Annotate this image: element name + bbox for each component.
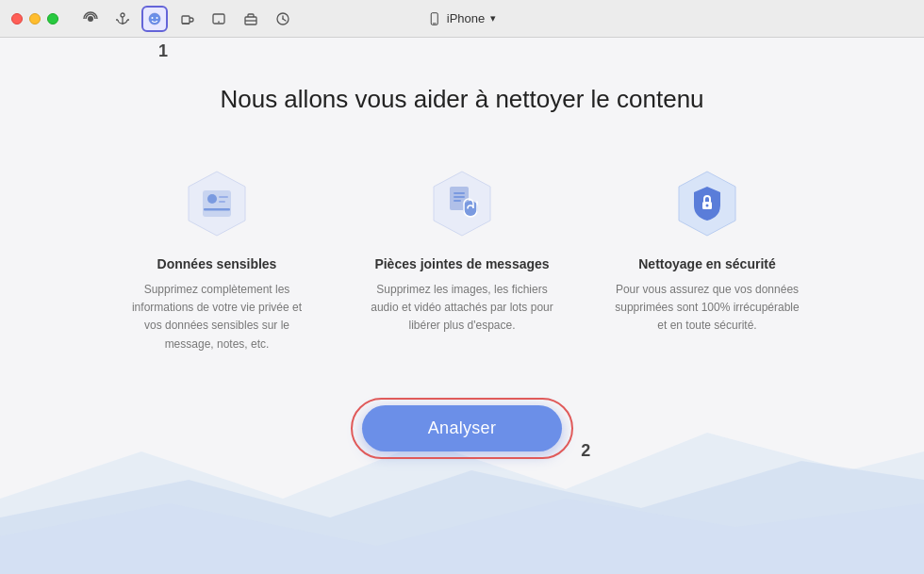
tablet-icon[interactable] (206, 6, 232, 32)
face-icon[interactable] (141, 6, 168, 32)
analyze-button[interactable]: Analyser (362, 405, 562, 451)
clock-icon[interactable] (270, 6, 296, 32)
main-content: Nous allons vous aider à nettoyer le con… (0, 38, 924, 451)
svg-point-21 (207, 194, 217, 204)
svg-point-7 (157, 17, 158, 19)
feature-sensitive-data: Données sensibles Supprimez complètement… (123, 166, 311, 353)
svg-marker-34 (0, 433, 924, 574)
minimize-button[interactable] (29, 13, 41, 25)
svg-rect-17 (431, 12, 437, 25)
feature-2-desc: Supprimez les images, les fichiers audio… (368, 281, 556, 336)
svg-marker-35 (0, 461, 924, 574)
svg-line-16 (283, 19, 286, 21)
anchor-icon[interactable] (109, 6, 136, 32)
svg-rect-8 (182, 16, 190, 24)
svg-rect-22 (204, 208, 230, 211)
svg-rect-29 (454, 200, 461, 202)
feature-1-name: Données sensibles (157, 256, 277, 271)
svg-rect-23 (219, 196, 228, 198)
device-selector[interactable]: iPhone ▾ (428, 11, 496, 25)
toolbar-icons (77, 6, 296, 32)
close-button[interactable] (11, 13, 23, 25)
svg-rect-20 (203, 190, 231, 217)
svg-point-0 (88, 16, 93, 22)
feature-1-desc: Supprimez complètement les informations … (123, 281, 311, 353)
feature-2-name: Pièces jointes de messages (374, 256, 549, 271)
analyze-button-wrap: Analyser 2 (362, 405, 562, 451)
feature-3-name: Nettoyage en sécurité (638, 256, 776, 271)
sensitive-data-icon-wrap (179, 166, 255, 241)
svg-rect-28 (454, 196, 465, 198)
titlebar: iPhone ▾ (0, 0, 924, 38)
svg-rect-27 (454, 192, 465, 194)
annotation-2: 2 (581, 441, 590, 461)
window-controls (11, 13, 58, 25)
svg-marker-36 (0, 499, 924, 574)
page-title: Nous allons vous aider à nettoyer le con… (220, 85, 703, 114)
attachments-icon-wrap (424, 166, 500, 241)
briefcase-icon[interactable] (238, 6, 264, 32)
podcast-icon[interactable] (77, 6, 104, 32)
svg-point-5 (149, 13, 160, 25)
chevron-down-icon: ▾ (490, 12, 496, 25)
security-icon-wrap (669, 166, 745, 241)
maximize-button[interactable] (47, 13, 58, 25)
svg-rect-24 (219, 201, 225, 203)
device-label: iPhone (447, 11, 485, 25)
feature-attachments: Pièces jointes de messages Supprimez les… (368, 166, 556, 336)
features-row: Données sensibles Supprimez complètement… (123, 166, 801, 353)
svg-point-1 (121, 13, 124, 17)
svg-point-33 (706, 205, 709, 207)
cup-icon[interactable] (173, 6, 200, 32)
feature-security: Nettoyage en sécurité Pour vous assurez … (613, 166, 801, 336)
feature-3-desc: Pour vous assurez que vos données suppri… (613, 281, 801, 336)
svg-point-6 (152, 17, 154, 19)
